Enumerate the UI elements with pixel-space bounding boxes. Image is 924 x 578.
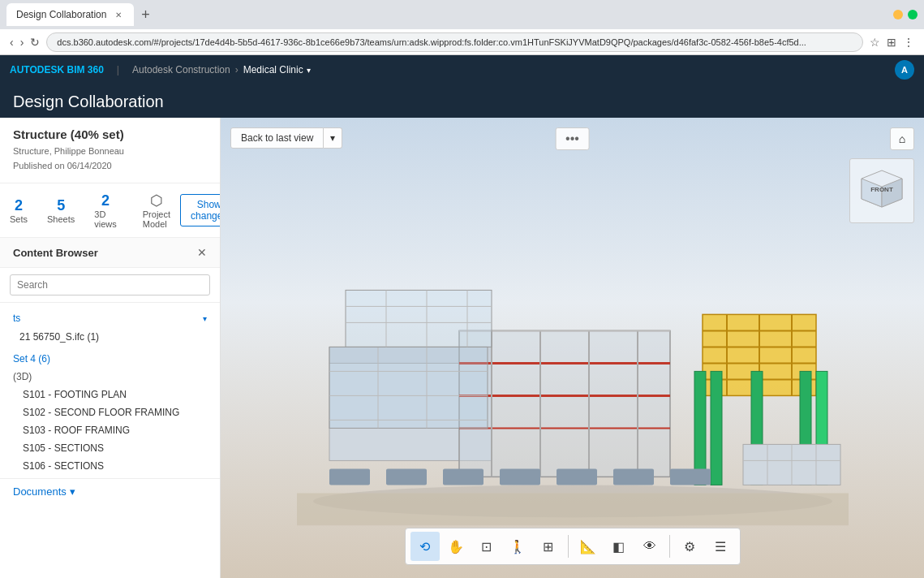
toolbar-separator-1 — [568, 535, 569, 558]
breadcrumb-project[interactable]: Autodesk Construction — [132, 64, 230, 75]
header-actions: Show changes Co... — [180, 194, 221, 226]
tree-section-items: ts ▾ 21 56750_S.ifc (1) — [0, 309, 220, 347]
svg-rect-37 — [711, 371, 722, 485]
pan-tool-button[interactable]: ✋ — [441, 532, 471, 561]
viewer-home-button[interactable]: ⌂ — [890, 127, 914, 150]
home-icon: ⌂ — [899, 132, 905, 145]
forward-button[interactable]: › — [20, 36, 24, 49]
autodesk-logo: AUTODESK BIM 360 — [10, 64, 104, 75]
content-area: Structure (40% set) Structure, Philippe … — [0, 118, 924, 578]
stat-sets: 2 Sets — [10, 197, 28, 224]
tree-sheet-s105[interactable]: S105 - SECTIONS — [0, 439, 220, 457]
content-browser-close-button[interactable]: ✕ — [197, 246, 207, 259]
toolbar-separator-2 — [669, 535, 670, 558]
tree-sheet-s106[interactable]: S106 - SECTIONS — [0, 457, 220, 475]
user-avatar[interactable]: A — [895, 60, 914, 80]
svg-rect-16 — [329, 347, 488, 428]
content-browser-title: Content Browser — [13, 247, 98, 259]
svg-rect-44 — [500, 468, 540, 485]
stat-sheets-count: 5 — [57, 197, 65, 214]
active-tab[interactable]: Design Collaboration ✕ — [6, 3, 134, 26]
orbit-icon: ⟲ — [419, 539, 430, 554]
svg-rect-41 — [329, 468, 370, 485]
project-model-label: Project Model — [143, 209, 170, 229]
page-title: Design Collaboration — [13, 93, 911, 118]
svg-rect-45 — [557, 468, 597, 485]
section-icon: ◧ — [612, 539, 625, 554]
stat-sheets-label: Sheets — [47, 214, 75, 224]
address-input[interactable] — [46, 32, 863, 52]
nav-dropdown-button[interactable]: ▾ — [324, 127, 342, 149]
measure-button[interactable]: 📐 — [574, 532, 603, 561]
tab-bar: Design Collaboration ✕ + — [6, 0, 157, 29]
main-container: Design Collaboration Structure (40% set)… — [0, 84, 924, 578]
stat-3dviews: 2 3D views — [94, 192, 117, 229]
app-header: AUTODESK BIM 360 | Autodesk Construction… — [0, 55, 924, 84]
svg-rect-47 — [670, 468, 711, 485]
settings-icon: ⚙ — [684, 539, 695, 554]
svg-rect-42 — [386, 468, 427, 485]
browser-chrome: Design Collaboration ✕ + — [0, 0, 924, 29]
stat-sheets: 5 Sheets — [47, 197, 75, 224]
header-right: A — [895, 60, 914, 80]
tab-close-button[interactable]: ✕ — [113, 9, 124, 20]
extensions-icon[interactable]: ⊞ — [887, 36, 896, 49]
tree-sheet-s103[interactable]: S103 - ROOF FRAMING — [0, 421, 220, 439]
orbit-tool-button[interactable]: ⟲ — [410, 532, 440, 561]
viewer-area[interactable]: ••• Back to last view ▾ ⌂ FRONT — [221, 118, 924, 578]
new-tab-button[interactable]: + — [134, 3, 157, 26]
menu-icon[interactable]: ⋮ — [903, 36, 914, 49]
tree-sheet-s101[interactable]: S101 - FOOTING PLAN — [0, 386, 220, 403]
stat-project-model: ⬡ Project Model — [143, 192, 170, 229]
svg-marker-48 — [297, 493, 849, 525]
svg-rect-43 — [443, 468, 483, 485]
stats-row: 2 Sets 5 Sheets 2 3D views ⬡ Project Mod… — [0, 183, 180, 237]
building-3d-model — [297, 184, 849, 525]
pan-icon: ✋ — [448, 539, 464, 554]
tree-section-items-label: ts — [13, 313, 20, 324]
tree-chevron-items: ▾ — [203, 314, 207, 323]
explode-button[interactable]: 👁 — [635, 532, 664, 561]
back-button[interactable]: ‹ — [10, 36, 14, 49]
content-browser-header: Content Browser ✕ — [0, 238, 220, 268]
tree-section-set4-header[interactable]: Set 4 (6) — [0, 350, 220, 368]
measure-icon: 📐 — [580, 539, 596, 554]
maximize-button[interactable] — [908, 10, 918, 19]
package-discipline: Structure, Philippe Bonneau — [13, 144, 207, 159]
tree-sheet-s102[interactable]: S102 - SECOND FLOOR FRAMING — [0, 403, 220, 421]
tree-section-items-header[interactable]: ts ▾ — [0, 309, 220, 327]
tree-section-set4-label: Set 4 (6) — [13, 353, 50, 364]
zoom-window-button[interactable]: ⊞ — [534, 532, 563, 561]
left-panel: Structure (40% set) Structure, Philippe … — [0, 118, 221, 578]
show-changes-button[interactable]: Show changes — [180, 194, 221, 226]
breadcrumb-dropdown-icon: ▾ — [307, 66, 311, 75]
viewer-bottom-toolbar: ⟲ ✋ ⊡ 🚶 ⊞ 📐 ◧ — [405, 528, 741, 565]
refresh-button[interactable]: ↻ — [30, 36, 40, 49]
back-to-last-view-button[interactable]: Back to last view — [230, 127, 324, 149]
fit-view-button[interactable]: ⊡ — [472, 532, 501, 561]
stat-3dviews-label: 3D views — [94, 209, 117, 229]
tree-item-ifc[interactable]: 21 56750_S.ifc (1) — [0, 327, 220, 347]
project-model-icon: ⬡ — [150, 192, 163, 209]
viewer-more-button[interactable]: ••• — [555, 127, 590, 150]
model-browser-button[interactable]: ☰ — [706, 532, 735, 561]
section-button[interactable]: ◧ — [604, 532, 634, 561]
breadcrumb-current[interactable]: Medical Clinic ▾ — [243, 64, 311, 75]
bookmark-icon[interactable]: ☆ — [870, 36, 880, 49]
svg-rect-46 — [613, 468, 654, 485]
first-person-button[interactable]: 🚶 — [503, 532, 532, 561]
fit-view-icon: ⊡ — [481, 539, 492, 554]
viewer-cube[interactable]: FRONT — [849, 158, 914, 223]
minimize-button[interactable] — [893, 10, 903, 19]
tab-title: Design Collaboration — [16, 9, 106, 20]
address-bar: ‹ › ↻ ☆ ⊞ ⋮ — [0, 29, 924, 55]
package-date: Published on 06/14/2020 — [13, 159, 207, 174]
search-input[interactable] — [10, 274, 210, 295]
zoom-window-icon: ⊞ — [543, 539, 553, 554]
documents-section[interactable]: Documents ▾ — [0, 478, 220, 504]
svg-rect-36 — [694, 371, 706, 485]
viewer-more-toolbar: ••• — [555, 127, 590, 150]
settings-button[interactable]: ⚙ — [675, 532, 704, 561]
header-separator: | — [117, 64, 119, 75]
model-browser-icon: ☰ — [715, 539, 726, 554]
